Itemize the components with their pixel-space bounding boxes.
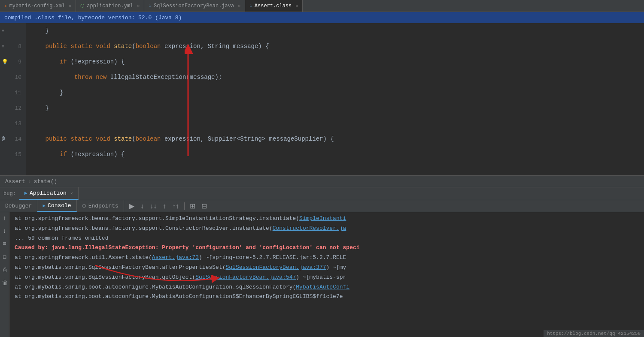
console-output: at org.springframework.beans.factory.sup… xyxy=(9,212,644,337)
console-line-5: at org.springframework.util.Assert.state… xyxy=(9,253,644,263)
code-line-10: throw new IllegalStateException(message)… xyxy=(26,69,644,85)
scroll-up-icon[interactable]: ↑ xyxy=(3,215,6,222)
breadcrumb-class: Assert xyxy=(5,178,25,185)
tab-console[interactable]: ▶ Console xyxy=(37,200,76,212)
fold-icon: ▼ xyxy=(2,44,4,49)
tab-label: mybatis-config.xml xyxy=(9,3,65,9)
close-icon[interactable]: ✕ xyxy=(70,191,73,196)
tab-sqlsession[interactable]: ☕ SqlSessionFactoryBean.java ✕ xyxy=(144,0,245,12)
console-area: ↑ ↓ ≡ ⊟ ⎙ 🗑 at org.springframework.beans… xyxy=(0,212,644,337)
main-layout: ✦ mybatis-config.xml ✕ ⬡ application.yml… xyxy=(0,0,644,337)
clear-icon[interactable]: 🗑 xyxy=(2,280,8,286)
toolbar-btn-down1[interactable]: ↓ xyxy=(139,202,146,211)
toolbar-btn-up2[interactable]: ↑↑ xyxy=(170,202,181,211)
console-line-6: at org.mybatis.spring.SqlSessionFactoryB… xyxy=(9,263,644,273)
toolbar-btn-1[interactable]: ▶ xyxy=(128,201,136,211)
console-line-2: at org.springframework.beans.factory.sup… xyxy=(9,224,644,234)
console-line-1: at org.springframework.beans.factory.sup… xyxy=(9,214,644,224)
fold-icon: ▼ xyxy=(2,137,4,141)
code-content: } public static void state(boolean expre… xyxy=(26,23,644,175)
debug-tab-application[interactable]: ▶ Application ✕ xyxy=(19,187,79,200)
console-line-9: at org.mybatis.spring.boot.autoconfigure… xyxy=(9,292,644,302)
close-icon[interactable]: ✕ xyxy=(137,3,140,9)
code-line-9: if (!expression) { xyxy=(26,54,644,69)
breadcrumb-method: state() xyxy=(34,178,58,185)
gutter-line-11: 11 xyxy=(0,85,26,100)
tab-label: Assert.class xyxy=(255,3,292,9)
close-icon[interactable]: ✕ xyxy=(69,3,71,9)
tab-application-yml[interactable]: ⬡ application.yml ✕ xyxy=(76,0,144,12)
code-line-14: public static void state(boolean express… xyxy=(26,131,644,147)
tab-label: application.yml xyxy=(87,3,133,9)
tab-bar: ✦ mybatis-config.xml ✕ ⬡ application.yml… xyxy=(0,0,644,12)
java-icon: ☕ xyxy=(249,3,252,9)
debug-panel-tabbar: bug: ▶ Application ✕ xyxy=(0,187,644,200)
close-icon[interactable]: ✕ xyxy=(238,3,240,9)
gutter-line-14: 14 @ ▼ xyxy=(0,131,26,147)
gutter-line-9: 9 💡 xyxy=(0,54,26,69)
code-line-12: } xyxy=(26,100,644,116)
toolbar-btn-down2[interactable]: ↓↓ xyxy=(148,202,158,211)
link-mybatis-auto[interactable]: MybatisAutoConfi xyxy=(296,284,349,290)
console-run-icon: ▶ xyxy=(43,203,46,208)
filter-icon[interactable]: ≡ xyxy=(3,241,6,247)
gutter-line-10: 10 xyxy=(0,69,26,85)
info-text: compiled .class file, bytecode version: … xyxy=(4,15,182,21)
tab-label: SqlSessionFactoryBean.java xyxy=(154,3,234,9)
info-bar: compiled .class file, bytecode version: … xyxy=(0,12,644,23)
debug-tab-label: Application xyxy=(30,190,67,196)
code-line-11: } xyxy=(26,85,644,100)
toolbar-btn-up1[interactable]: ↑ xyxy=(161,202,168,211)
line-gutter: ▼ 8 ▼ 9 💡 10 11 12 13 14 xyxy=(0,23,26,175)
gutter-line-8: 8 ▼ xyxy=(0,39,26,54)
scroll-down-icon[interactable]: ↓ xyxy=(3,228,6,235)
align-icon[interactable]: ⊟ xyxy=(3,253,6,261)
code-line-8: public static void state(boolean express… xyxy=(26,39,644,54)
link-sqlsession-547[interactable]: SqlSessionFactoryBean.java:547 xyxy=(195,274,296,280)
console-line-caused: Caused by: java.lang.IllegalStateExcepti… xyxy=(9,243,644,253)
endpoints-icon: ⬡ xyxy=(82,203,86,209)
gutter-line-12: 12 xyxy=(0,100,26,116)
tab-assert[interactable]: ☕ Assert.class ✕ xyxy=(245,0,303,12)
console-line-7: at org.mybatis.spring.SqlSessionFactoryB… xyxy=(9,273,644,283)
code-line-blank: } xyxy=(26,23,644,39)
debug-prefix: bug: xyxy=(0,187,19,200)
link-assert-java73[interactable]: Assert.java:73 xyxy=(152,254,199,261)
code-line-13 xyxy=(26,116,644,131)
debug-toolbar: ▶ ↓ ↓↓ ↑ ↑↑ ⊞ ⊟ xyxy=(128,200,209,212)
gutter-line-blank: ▼ xyxy=(0,23,26,39)
java-icon: ☕ xyxy=(149,3,152,9)
toolbar-btn-grid[interactable]: ⊞ xyxy=(188,201,197,211)
link-simpleinstantiation[interactable]: SimpleInstanti xyxy=(299,215,346,222)
fold-icon: ▼ xyxy=(2,29,4,33)
tab-mybatis-config[interactable]: ✦ mybatis-config.xml ✕ xyxy=(0,0,76,12)
gutter-line-13: 13 xyxy=(0,116,26,131)
close-icon[interactable]: ✕ xyxy=(295,3,298,9)
xml-icon: ✦ xyxy=(4,3,7,9)
console-line-3: ... 59 common frames omitted xyxy=(9,234,644,244)
console-tab-bar: Debugger ▶ Console ⬡ Endpoints ▶ ↓ ↓↓ ↑ … xyxy=(0,200,644,212)
code-line-15: if (!expression) { xyxy=(26,147,644,162)
link-sqlsession-377[interactable]: SqlSessionFactoryBean.java:377 xyxy=(225,264,326,271)
status-bar: https://blog.csdn.net/qq_42154259 xyxy=(544,330,644,337)
yml-icon: ⬡ xyxy=(80,3,85,9)
status-url: https://blog.csdn.net/qq_42154259 xyxy=(547,331,641,336)
editor-area: ▼ 8 ▼ 9 💡 10 11 12 13 14 xyxy=(0,23,644,175)
tab-debugger[interactable]: Debugger xyxy=(0,200,37,212)
run-icon: ▶ xyxy=(24,190,27,196)
gutter-line-15: 15 xyxy=(0,147,26,162)
print-icon[interactable]: ⎙ xyxy=(3,267,6,274)
console-line-8: at org.mybatis.spring.boot.autoconfigure… xyxy=(9,283,644,292)
console-side-buttons: ↑ ↓ ≡ ⊟ ⎙ 🗑 xyxy=(0,212,9,337)
bulb-icon: 💡 xyxy=(2,59,8,65)
toolbar-separator xyxy=(184,202,185,210)
link-constructorresolver[interactable]: ConstructorResolver.ja xyxy=(273,225,346,232)
breadcrumb-bar: Assert › state() xyxy=(0,175,644,187)
toolbar-btn-cols[interactable]: ⊟ xyxy=(200,201,209,211)
tab-endpoints[interactable]: ⬡ Endpoints xyxy=(77,200,124,212)
